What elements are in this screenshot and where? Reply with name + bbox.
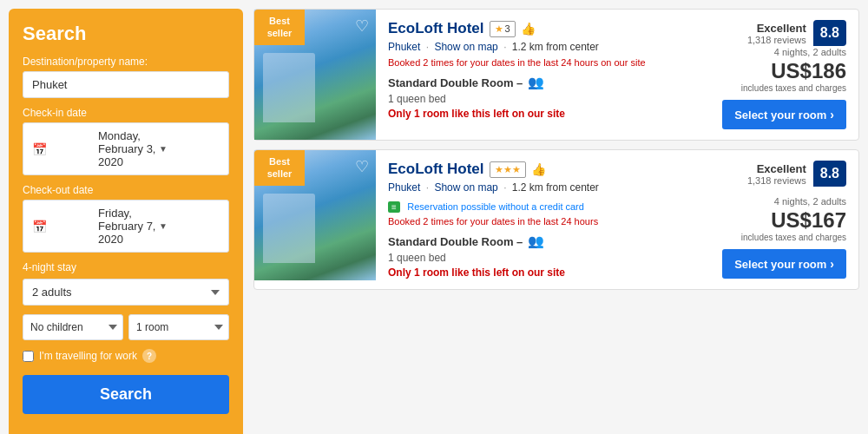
rooms-select[interactable]: 1 room 2 rooms 3 rooms <box>128 314 229 340</box>
destination-label: Destination/property name: <box>23 56 229 68</box>
booked-notice-2: Booked 2 times for your dates in the las… <box>388 216 690 227</box>
destination-group: Destination/property name: <box>23 56 229 98</box>
hotel-card-2: Best seller ♡ EcoLoft Hotel ★★★ 👍 Phuket… <box>253 149 859 290</box>
price-includes-2: includes taxes and charges <box>722 233 846 242</box>
search-button[interactable]: Search <box>23 375 229 414</box>
hotel-name-link[interactable]: EcoLoft Hotel <box>388 20 484 37</box>
price-section-2: 4 nights, 2 adults US$167 includes taxes… <box>722 196 846 279</box>
stay-label: 4-night stay <box>23 261 229 273</box>
room-bed-2: 1 queen bed <box>388 252 690 264</box>
checkout-group: Check-out date 📅 Friday, February 7, 202… <box>23 184 229 253</box>
heart-icon-2[interactable]: ♡ <box>355 157 369 176</box>
room-type: Standard Double Room – 👥 <box>388 75 690 90</box>
credit-icon: ≡ <box>388 201 400 213</box>
people-icon-2: 👥 <box>528 233 544 248</box>
rating-label-2: Excellent 1,318 reviews <box>747 162 806 186</box>
heart-icon[interactable]: ♡ <box>355 16 369 36</box>
children-rooms-row: No children 1 child 2 children 1 room 2 … <box>23 314 229 340</box>
rating-row: Excellent 1,318 reviews 8.8 <box>747 20 846 46</box>
credit-row: ≡ Reservation possible without a credit … <box>388 198 690 214</box>
hotel-name-link-2[interactable]: EcoLoft Hotel <box>388 161 484 178</box>
hotel-star-count: 3 <box>505 23 510 34</box>
rating-label: Excellent 1,318 reviews <box>747 22 806 45</box>
calendar-icon: 📅 <box>32 142 93 156</box>
thumb-up-icon: 👍 <box>521 22 536 36</box>
price-section: 4 nights, 2 adults US$186 includes taxes… <box>722 47 846 129</box>
select-room-button[interactable]: Select your room › <box>722 100 846 129</box>
hotel-distance: 1.2 km from center <box>512 41 599 53</box>
calendar-icon-2: 📅 <box>32 220 93 233</box>
price-includes: includes taxes and charges <box>722 83 846 93</box>
people-icon: 👥 <box>528 75 544 89</box>
chevron-down-icon: ▼ <box>159 144 220 154</box>
checkin-input[interactable]: 📅 Monday, February 3, 2020 ▼ <box>23 122 229 175</box>
hotel-right: Excellent 1,318 reviews 8.8 4 nights, 2 … <box>702 10 858 140</box>
hotel-name-row-2: EcoLoft Hotel ★★★ 👍 <box>388 161 690 178</box>
hotel-meta-2: Phuket · Show on map · 1.2 km from cente… <box>388 181 690 194</box>
adults-group: 2 adults 1 adult 3 adults <box>23 279 229 306</box>
best-seller-badge-2: Best seller <box>254 150 305 186</box>
price-amount: US$186 <box>722 59 846 83</box>
best-seller-badge: Best seller <box>254 10 305 45</box>
results-panel: Best seller ♡ EcoLoft Hotel ★ 3 👍 Phuket… <box>253 9 859 434</box>
chevron-right-icon-2: › <box>830 257 834 271</box>
hotel-name-row: EcoLoft Hotel ★ 3 👍 <box>388 20 690 37</box>
checkin-label: Check-in date <box>23 107 229 119</box>
price-nights-2: 4 nights, 2 adults <box>722 196 846 207</box>
hotel-right-2: Excellent 1,318 reviews 8.8 4 nights, 2 … <box>702 150 858 289</box>
chevron-right-icon: › <box>830 108 834 122</box>
adults-select[interactable]: 2 adults 1 adult 3 adults <box>23 279 229 306</box>
room-warning: Only 1 room like this left on our site <box>388 108 690 120</box>
rating-word: Excellent <box>747 22 806 35</box>
hotel-location-link-2[interactable]: Phuket <box>388 181 420 194</box>
children-select[interactable]: No children 1 child 2 children <box>23 314 123 340</box>
rating-word-2: Excellent <box>747 162 806 175</box>
show-map-link-2[interactable]: Show on map <box>434 181 497 194</box>
room-warning-2: Only 1 room like this left on our site <box>388 266 690 279</box>
price-nights: 4 nights, 2 adults <box>722 47 846 57</box>
price-amount-2: US$167 <box>722 208 846 233</box>
chevron-down-icon-2: ▼ <box>159 221 220 231</box>
rating-row-2: Excellent 1,318 reviews 8.8 <box>747 161 846 187</box>
checkout-input[interactable]: 📅 Friday, February 7, 2020 ▼ <box>23 200 229 253</box>
work-travel-label: I'm travelling for work <box>39 350 137 362</box>
rating-badge: 8.8 <box>813 20 846 46</box>
hotel-info-2: EcoLoft Hotel ★★★ 👍 Phuket · Show on map… <box>376 150 702 289</box>
hotel-location-link[interactable]: Phuket <box>388 41 420 53</box>
search-title: Search <box>23 23 229 45</box>
select-room-button-2[interactable]: Select your room › <box>722 249 846 279</box>
help-icon[interactable]: ? <box>142 349 156 363</box>
room-type-2: Standard Double Room – 👥 <box>388 233 690 249</box>
destination-input[interactable] <box>23 71 229 98</box>
star-icon-2: ★★★ <box>495 164 521 175</box>
credit-notice: Reservation possible without a credit ca… <box>407 201 584 212</box>
hotel-meta: Phuket · Show on map · 1.2 km from cente… <box>388 41 690 53</box>
hotel-distance-2: 1.2 km from center <box>512 181 599 194</box>
reviews-count: 1,318 reviews <box>747 35 806 45</box>
search-panel: Search Destination/property name: Check-… <box>9 9 243 434</box>
booked-notice: Booked 2 times for your dates in the las… <box>388 57 690 68</box>
thumb-up-icon-2: 👍 <box>531 162 546 176</box>
checkout-label: Check-out date <box>23 184 229 196</box>
hotel-info: EcoLoft Hotel ★ 3 👍 Phuket · Show on map… <box>376 10 702 140</box>
rating-badge-2: 8.8 <box>813 161 846 187</box>
checkout-value: Friday, February 7, 2020 <box>98 207 159 246</box>
hotel-stars: ★ 3 <box>490 21 516 37</box>
hotel-card: Best seller ♡ EcoLoft Hotel ★ 3 👍 Phuket… <box>253 9 859 141</box>
hotel-stars-2: ★★★ <box>490 161 526 178</box>
checkin-value: Monday, February 3, 2020 <box>98 129 159 168</box>
checkin-group: Check-in date 📅 Monday, February 3, 2020… <box>23 107 229 175</box>
star-icon: ★ <box>495 23 503 35</box>
show-map-link[interactable]: Show on map <box>434 41 497 53</box>
reviews-count-2: 1,318 reviews <box>747 175 806 186</box>
work-travel-checkbox[interactable] <box>23 351 34 362</box>
work-travel-row: I'm travelling for work ? <box>23 349 229 363</box>
room-bed: 1 queen bed <box>388 93 690 105</box>
